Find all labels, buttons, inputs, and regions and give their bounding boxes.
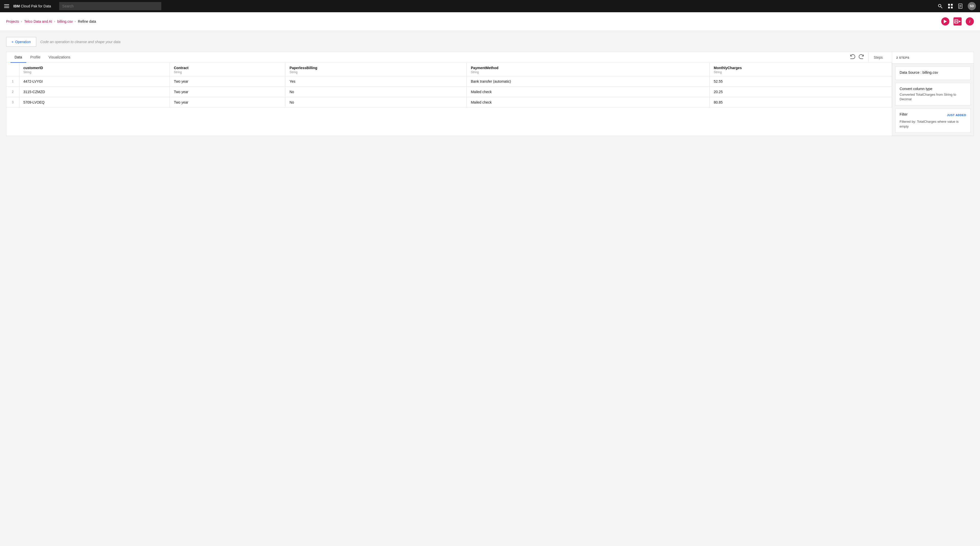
svg-rect-8 bbox=[951, 6, 953, 8]
svg-rect-6 bbox=[951, 4, 953, 6]
breadcrumb-bar: Projects › Telco Data and AI › billing.c… bbox=[0, 12, 980, 31]
cell-paymentmethod-1: Bank transfer (automatic) bbox=[466, 76, 710, 87]
row-num-2: 2 bbox=[6, 87, 19, 97]
topnav-icon-group: SD bbox=[938, 2, 976, 10]
col-name-customerid: customerID bbox=[24, 66, 43, 70]
col-type-contract: String bbox=[174, 70, 281, 74]
step-convert-title: Convert column type bbox=[900, 87, 966, 91]
breadcrumb-billing-csv[interactable]: billing.csv bbox=[57, 19, 73, 24]
cell-paperlessbilling-1: Yes bbox=[285, 76, 466, 87]
cell-customerid-1: 4472-LVYGI bbox=[19, 76, 170, 87]
top-navigation: IBM Cloud Pak for Data bbox=[0, 0, 980, 12]
col-name-paperlessbilling: PaperlessBilling bbox=[290, 66, 317, 70]
breadcrumb-telco[interactable]: Telco Data and AI bbox=[24, 19, 52, 24]
data-steps-area: Data Profile Visualizations bbox=[6, 52, 974, 136]
steps-toggle-button[interactable]: Steps bbox=[868, 52, 888, 62]
svg-rect-1 bbox=[4, 6, 9, 6]
col-name-contract: Contract bbox=[174, 66, 189, 70]
tab-visualizations[interactable]: Visualizations bbox=[45, 52, 74, 63]
steps-count-label: 2 STEPS bbox=[896, 56, 909, 59]
cell-contract-2: Two year bbox=[170, 87, 285, 97]
cell-paymentmethod-3: Mailed check bbox=[466, 97, 710, 108]
steps-header: 2 STEPS bbox=[892, 52, 974, 63]
search-icon[interactable] bbox=[938, 3, 943, 9]
cell-contract-3: Two year bbox=[170, 97, 285, 108]
cell-paperlessbilling-3: No bbox=[285, 97, 466, 108]
cell-customerid-3: 5709-LVOEQ bbox=[19, 97, 170, 108]
table-row: 3 5709-LVOEQ Two year No Mailed check 80… bbox=[6, 97, 892, 108]
user-avatar[interactable]: SD bbox=[968, 2, 976, 10]
row-number-header bbox=[6, 63, 19, 76]
step-filter-badge: JUST ADDED bbox=[947, 114, 966, 117]
step-card-convert[interactable]: Convert column type Converted TotalCharg… bbox=[895, 83, 970, 105]
step-filter-desc: Filtered by: TotalCharges where value is… bbox=[900, 119, 966, 129]
search-bar[interactable] bbox=[59, 2, 161, 10]
run-button[interactable] bbox=[941, 17, 950, 25]
cell-monthlycharges-1: 52.55 bbox=[710, 76, 892, 87]
row-num-3: 3 bbox=[6, 97, 19, 108]
breadcrumb-current-page: Refine data bbox=[78, 19, 96, 24]
svg-marker-13 bbox=[944, 20, 947, 23]
steps-sidebar: 2 STEPS Data Source : billing.csv Conver… bbox=[892, 52, 974, 136]
col-type-customerid: String bbox=[24, 70, 165, 74]
operation-bar: + Operation Code an operation to cleanse… bbox=[6, 37, 974, 47]
table-header-row: customerID String Contract String Paperl… bbox=[6, 63, 892, 76]
undo-redo-group bbox=[850, 54, 864, 61]
table-row: 2 3115-CZMZD Two year No Mailed check 20… bbox=[6, 87, 892, 97]
svg-line-4 bbox=[941, 6, 942, 8]
cell-monthlycharges-3: 80.85 bbox=[710, 97, 892, 108]
search-input[interactable] bbox=[59, 2, 161, 10]
operation-hint-text: Code an operation to cleanse and shape y… bbox=[40, 40, 121, 44]
svg-rect-16 bbox=[955, 22, 958, 23]
step-card-datasource[interactable]: Data Source : billing.csv bbox=[895, 67, 970, 80]
grid-icon[interactable] bbox=[948, 3, 953, 9]
cell-paperlessbilling-2: No bbox=[285, 87, 466, 97]
cell-paymentmethod-2: Mailed check bbox=[466, 87, 710, 97]
breadcrumb-projects[interactable]: Projects bbox=[6, 19, 19, 24]
col-header-paymentmethod: PaymentMethod String bbox=[466, 63, 710, 76]
main-content: + Operation Code an operation to cleanse… bbox=[0, 31, 980, 546]
svg-marker-17 bbox=[959, 21, 961, 22]
col-type-monthlycharges: String bbox=[714, 70, 888, 74]
svg-rect-0 bbox=[4, 4, 9, 5]
step-convert-desc: Converted TotalCharges from String to De… bbox=[900, 92, 966, 102]
plus-icon: + bbox=[11, 40, 14, 44]
svg-rect-7 bbox=[948, 6, 950, 8]
add-operation-button[interactable]: + Operation bbox=[6, 37, 36, 47]
table-row: 1 4472-LVYGI Two year Yes Bank transfer … bbox=[6, 76, 892, 87]
redo-button[interactable] bbox=[859, 54, 864, 61]
svg-rect-9 bbox=[959, 4, 962, 8]
step-filter-header: Filter JUST ADDED bbox=[900, 112, 966, 118]
breadcrumb-sep-3: › bbox=[75, 20, 76, 23]
tabs-row: Data Profile Visualizations bbox=[6, 52, 892, 63]
svg-rect-2 bbox=[4, 7, 9, 8]
step-card-filter[interactable]: Filter JUST ADDED Filtered by: TotalChar… bbox=[895, 108, 970, 132]
breadcrumb-sep-2: › bbox=[54, 20, 55, 23]
hamburger-menu-icon[interactable] bbox=[4, 3, 9, 9]
row-num-1: 1 bbox=[6, 76, 19, 87]
operation-button-label: Operation bbox=[15, 40, 30, 44]
cell-customerid-2: 3115-CZMZD bbox=[19, 87, 170, 97]
col-header-paperlessbilling: PaperlessBilling String bbox=[285, 63, 466, 76]
undo-button[interactable] bbox=[850, 54, 856, 61]
cell-contract-1: Two year bbox=[170, 76, 285, 87]
app-brand: IBM Cloud Pak for Data bbox=[13, 4, 51, 8]
data-main-panel: Data Profile Visualizations bbox=[6, 52, 892, 136]
col-header-monthlycharges: MonthlyCharges String bbox=[710, 63, 892, 76]
col-type-paymentmethod: String bbox=[471, 70, 705, 74]
step-filter-title: Filter bbox=[900, 112, 907, 116]
tab-profile[interactable]: Profile bbox=[26, 52, 45, 63]
info-button[interactable]: i bbox=[966, 17, 974, 25]
breadcrumb-sep-1: › bbox=[21, 20, 22, 23]
col-type-paperlessbilling: String bbox=[290, 70, 462, 74]
breadcrumb: Projects › Telco Data and AI › billing.c… bbox=[6, 19, 941, 24]
breadcrumb-actions: i bbox=[941, 17, 974, 25]
tab-data[interactable]: Data bbox=[11, 52, 26, 63]
save-button[interactable] bbox=[953, 17, 962, 25]
tabs-actions: Steps bbox=[850, 52, 888, 62]
document-icon[interactable] bbox=[958, 3, 963, 9]
svg-rect-5 bbox=[948, 4, 950, 6]
data-table: customerID String Contract String Paperl… bbox=[6, 63, 892, 108]
col-header-contract: Contract String bbox=[170, 63, 285, 76]
svg-rect-15 bbox=[955, 20, 957, 21]
